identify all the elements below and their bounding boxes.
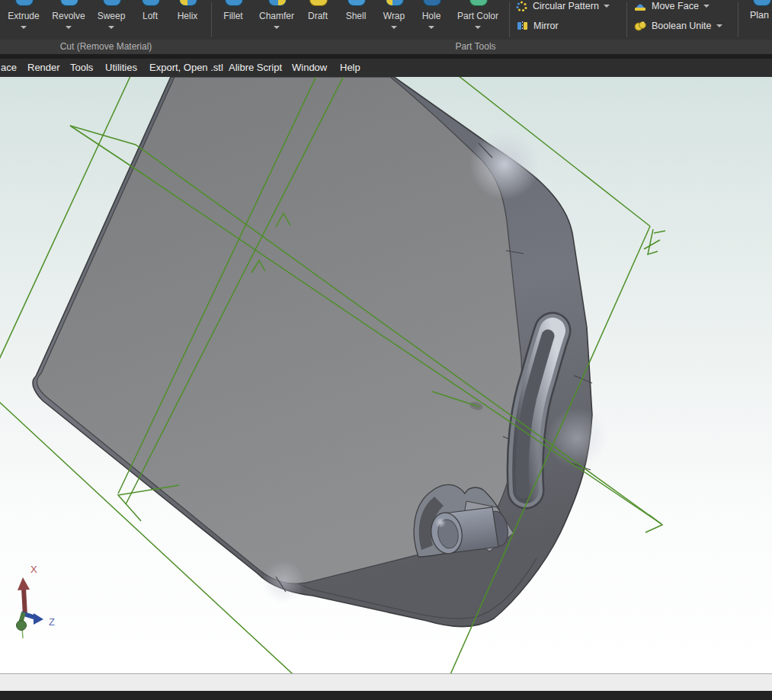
dropdown-caret-icon[interactable] (66, 26, 72, 29)
dropdown-caret-icon[interactable] (703, 5, 710, 8)
ribbon-toolbar: Extrude Revolve Sweep Loft Helix Fillet … (0, 0, 772, 54)
z-axis-label: Z (49, 616, 55, 628)
draft-icon[interactable] (309, 0, 328, 6)
tool-part-color[interactable]: Part Color (446, 8, 510, 29)
x-axis-arrowhead (18, 577, 30, 590)
tool-plane[interactable]: Plan (750, 10, 769, 21)
helix-icon[interactable] (179, 0, 197, 6)
mirror-icon (517, 21, 528, 31)
tool-label: Move Face (652, 1, 699, 11)
group-label-cut: Cut (Remove Material) (30, 41, 182, 52)
menu-item-help[interactable]: Help (340, 62, 360, 73)
hole-icon[interactable] (423, 0, 441, 6)
sweep-icon[interactable] (103, 0, 121, 6)
status-bar (0, 673, 772, 691)
rim-highlight (262, 561, 305, 603)
chamfer-icon[interactable] (268, 0, 287, 6)
taskbar-strip (0, 691, 772, 700)
move-face-icon (634, 1, 646, 11)
group-separator (738, 2, 738, 37)
boss-highlight (435, 517, 446, 528)
group-label-part-tools: Part Tools (415, 41, 537, 52)
dropdown-caret-icon[interactable] (716, 24, 722, 27)
tool-circular-pattern[interactable]: Circular Pattern (516, 1, 610, 11)
menu-item-window[interactable]: Window (292, 62, 327, 73)
z-axis-arrowhead (34, 613, 43, 625)
rim-highlight (469, 129, 540, 200)
revolve-icon[interactable] (60, 0, 78, 6)
shell-icon[interactable] (348, 0, 366, 6)
plane-icon[interactable] (753, 0, 771, 6)
extrude-icon[interactable] (15, 0, 34, 6)
tool-label: Mirror (533, 21, 559, 31)
tool-label: Plan (750, 10, 769, 21)
menu-item-alibre-script[interactable]: Alibre Script (229, 62, 282, 73)
group-separator (509, 2, 510, 37)
tool-label: Extrude (8, 11, 39, 21)
axis-triad: X Z (17, 564, 56, 638)
tool-label: Part Color (457, 11, 498, 21)
part-body[interactable] (33, 77, 607, 627)
menu-item-utilities[interactable]: Utilities (105, 62, 137, 73)
tool-label: Helix (178, 11, 198, 21)
fillet-icon[interactable] (225, 0, 243, 6)
wrap-icon[interactable] (386, 0, 404, 6)
dropdown-caret-icon[interactable] (391, 26, 397, 29)
loft-icon[interactable] (142, 0, 160, 6)
origin-ball (17, 621, 27, 631)
tool-mirror[interactable]: Mirror (517, 21, 559, 31)
circular-pattern-icon (516, 1, 527, 11)
boolean-unite-icon (634, 21, 646, 31)
group-separator (211, 2, 212, 37)
menu-item-workspace[interactable]: ace (1, 62, 17, 73)
menu-bar: ace Render Tools Utilities Export, Open … (0, 59, 772, 77)
menu-item-tools[interactable]: Tools (70, 62, 93, 73)
menu-item-render[interactable]: Render (27, 62, 60, 73)
group-separator (626, 2, 627, 37)
dropdown-caret-icon[interactable] (274, 26, 280, 29)
dropdown-caret-icon[interactable] (21, 26, 27, 29)
x-axis-label: X (30, 564, 37, 575)
dropdown-caret-icon[interactable] (428, 26, 434, 29)
dropdown-caret-icon[interactable] (604, 5, 610, 8)
ribbon-group-label-bar: Cut (Remove Material) Part Tools (0, 40, 772, 54)
dropdown-caret-icon[interactable] (475, 26, 481, 29)
tool-label: Boolean Unite (652, 21, 712, 31)
tool-boolean-unite[interactable]: Boolean Unite (634, 21, 722, 31)
3d-viewport[interactable]: X Z (0, 77, 772, 673)
tool-label: Hole (422, 11, 441, 21)
part-color-icon[interactable] (469, 0, 488, 6)
dropdown-caret-icon[interactable] (108, 26, 114, 29)
model-canvas[interactable]: X Z (0, 77, 772, 673)
tool-label: Circular Pattern (533, 1, 599, 11)
menu-item-export-open-stl[interactable]: Export, Open .stl (149, 62, 223, 73)
sketch-arrowhead (645, 515, 662, 532)
tool-label: Fillet (223, 11, 242, 21)
tool-move-face[interactable]: Move Face (634, 1, 710, 11)
